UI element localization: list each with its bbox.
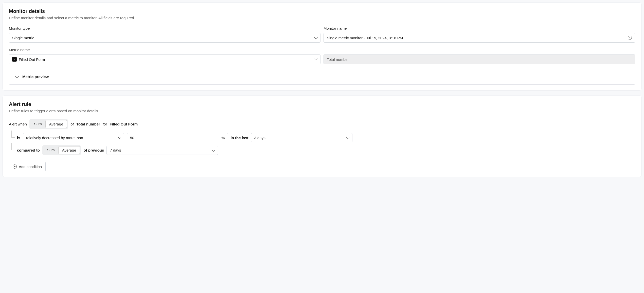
baseline-value: 7 days bbox=[110, 148, 121, 152]
metric-text: Filled Out Form bbox=[110, 122, 138, 126]
for-text: for bbox=[103, 122, 107, 126]
chevron-down-icon bbox=[314, 35, 318, 39]
monitor-type-label: Monitor type bbox=[9, 26, 320, 30]
metric-name-row: Metric name ··· Filled Out Form Total nu… bbox=[9, 48, 635, 64]
chevron-down-icon bbox=[212, 148, 215, 151]
metric-preview-toggle[interactable]: Metric preview bbox=[9, 69, 635, 85]
total-number-text: Total number bbox=[76, 122, 100, 126]
comparison-value: relatively decreased by more than bbox=[26, 136, 83, 140]
monitor-details-title: Monitor details bbox=[9, 8, 635, 14]
monitor-details-card: Monitor details Define monitor details a… bbox=[3, 3, 641, 90]
threshold-input[interactable]: 50 % bbox=[127, 133, 228, 142]
aggregation-segmented: Sum Average bbox=[29, 119, 68, 129]
aggregation-display: Total number bbox=[324, 54, 635, 64]
monitor-details-subtitle: Define monitor details and select a metr… bbox=[9, 16, 635, 20]
threshold-value: 50 bbox=[130, 136, 134, 140]
monitor-type-value: Single metric bbox=[12, 36, 34, 40]
chevron-down-icon bbox=[15, 74, 19, 78]
monitor-name-value: Single metric monitor - Jul 15, 2024, 3:… bbox=[327, 36, 628, 40]
add-condition-label: Add condition bbox=[19, 164, 42, 169]
compared-to-line: compared to Sum Average of previous 7 da… bbox=[9, 144, 635, 157]
metric-source-icon: ··· bbox=[12, 57, 17, 62]
alert-when-text: Alert when bbox=[9, 122, 27, 126]
alert-when-line: Alert when Sum Average of Total number f… bbox=[9, 119, 635, 129]
monitor-name-label: Monitor name bbox=[324, 26, 635, 30]
chevron-down-icon bbox=[314, 57, 318, 61]
alert-rule-title: Alert rule bbox=[9, 101, 635, 107]
window-select[interactable]: 3 days bbox=[251, 133, 352, 142]
compared-to-text: compared to bbox=[17, 148, 40, 152]
alert-rule-subtitle: Define rules to trigger alerts based on … bbox=[9, 109, 635, 113]
chevron-down-icon bbox=[118, 135, 121, 139]
comparison-select[interactable]: relatively decreased by more than bbox=[23, 133, 124, 142]
of-previous-text: of previous bbox=[83, 148, 104, 152]
metric-preview-label: Metric preview bbox=[22, 75, 49, 79]
aggregation-spacer bbox=[324, 48, 635, 52]
alert-rule-card: Alert rule Define rules to trigger alert… bbox=[3, 96, 641, 177]
segment-sum[interactable]: Sum bbox=[30, 120, 45, 128]
threshold-suffix: % bbox=[221, 136, 225, 140]
metric-name-value: Filled Out Form bbox=[19, 57, 45, 62]
metric-name-select[interactable]: ··· Filled Out Form bbox=[9, 54, 320, 64]
segment-average[interactable]: Average bbox=[45, 120, 67, 128]
monitor-type-select[interactable]: Single metric bbox=[9, 33, 320, 43]
segment2-sum[interactable]: Sum bbox=[43, 146, 58, 154]
baseline-select[interactable]: 7 days bbox=[106, 146, 218, 155]
in-the-last-text: in the last bbox=[231, 136, 248, 140]
segment2-average[interactable]: Average bbox=[58, 146, 80, 154]
of-text: of bbox=[70, 122, 74, 126]
baseline-segmented: Sum Average bbox=[42, 145, 81, 155]
is-text: is bbox=[17, 136, 20, 140]
clear-icon[interactable]: ✕ bbox=[628, 36, 632, 40]
metric-name-label: Metric name bbox=[9, 48, 320, 52]
condition-line: is relatively decreased by more than 50 … bbox=[9, 132, 635, 144]
monitor-name-input[interactable]: Single metric monitor - Jul 15, 2024, 3:… bbox=[324, 33, 635, 43]
aggregation-value: Total number bbox=[327, 57, 349, 62]
plus-circle-icon: + bbox=[13, 164, 17, 169]
window-value: 3 days bbox=[254, 136, 265, 140]
add-condition-button[interactable]: + Add condition bbox=[9, 162, 46, 171]
monitor-type-name-row: Monitor type Single metric Monitor name … bbox=[9, 26, 635, 43]
chevron-down-icon bbox=[346, 135, 349, 139]
